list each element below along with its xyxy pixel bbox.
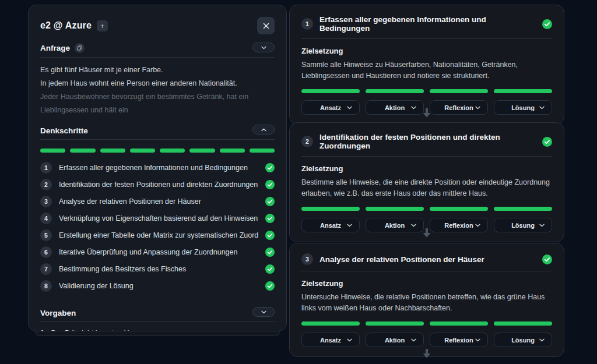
progress-segment: [70, 149, 95, 153]
panel-stack-edge: [35, 331, 280, 336]
dropdown-label: Aktion: [385, 337, 405, 344]
chevron-down-icon: [411, 106, 416, 109]
check-circle-icon: [265, 180, 275, 189]
progress-segment: [366, 89, 424, 93]
progress-segment: [494, 89, 552, 93]
card-title: Erfassen aller gegebenen Informationen u…: [319, 15, 536, 33]
dropdown-label: Reflexion: [444, 104, 473, 111]
anfrage-section-header: Anfrage: [40, 43, 275, 58]
progress-segment: [430, 321, 488, 326]
steps-progress-bar: [40, 149, 275, 153]
progress-segment: [100, 149, 125, 153]
dropdown-label: Reflexion: [444, 337, 473, 344]
card-number-badge: 3: [301, 253, 313, 265]
progress-segment: [160, 149, 185, 153]
step-number-badge: 1: [40, 162, 52, 174]
dropdown-label: Aktion: [385, 222, 405, 229]
chevron-down-icon: [475, 224, 480, 227]
chevron-down-icon: [347, 106, 352, 109]
step-label: Iterative Überprüfung und Anpassung der …: [59, 248, 258, 256]
goal-label: Zielsetzung: [301, 164, 552, 173]
app-background: e2 @ Azure + Anfrage: [0, 0, 597, 364]
add-button[interactable]: +: [97, 20, 108, 31]
denkschritte-collapse-button[interactable]: [252, 125, 275, 135]
chevron-down-icon: [539, 106, 545, 109]
chevron-down-icon: [411, 224, 416, 227]
check-circle-icon: [265, 248, 275, 257]
progress-segment: [366, 321, 424, 326]
step-label: Erfassen aller gegebenen Informationen u…: [59, 164, 258, 172]
copy-icon[interactable]: [75, 43, 85, 53]
chevron-down-icon: [475, 338, 480, 342]
ansatz-dropdown-button[interactable]: Ansatz: [301, 218, 360, 232]
anfrage-line: Jeder Hausbewohner bevorzugt ein bestimm…: [40, 90, 275, 117]
step-label: Analyse der relativen Positionen der Häu…: [59, 197, 258, 206]
left-panel: e2 @ Azure + Anfrage: [28, 5, 287, 331]
loesung-dropdown-button[interactable]: Lösung: [494, 218, 552, 232]
step-row[interactable]: 5 Erstellung einer Tabelle oder Matrix z…: [40, 229, 275, 241]
card-title: Identifikation der festen Positionen und…: [319, 133, 536, 150]
aktion-dropdown-button[interactable]: Aktion: [366, 218, 424, 232]
loesung-dropdown-button[interactable]: Lösung: [494, 333, 552, 347]
anfrage-collapse-button[interactable]: [252, 43, 275, 52]
step-number-badge: 8: [40, 280, 52, 292]
chevron-down-icon: [261, 310, 266, 314]
card-number-badge: 1: [301, 18, 313, 30]
progress-segment: [130, 149, 155, 153]
progress-segment: [250, 149, 275, 153]
step-row[interactable]: 2 Identifikation der festen Positionen u…: [40, 179, 275, 190]
ansatz-dropdown-button[interactable]: Ansatz: [301, 333, 360, 347]
denkschritte-label: Denkschritte: [40, 126, 88, 135]
arrow-down-icon: [421, 348, 433, 359]
panel-title: e2 @ Azure: [40, 20, 92, 31]
chevron-down-icon: [347, 224, 352, 227]
step-card-2: 2 Identifikation der festen Positionen u…: [289, 122, 564, 242]
progress-segment: [494, 321, 552, 326]
dropdown-label: Ansatz: [320, 337, 341, 344]
check-circle-icon: [265, 163, 275, 172]
anfrage-text: Es gibt fünf Häuser mit je einer Farbe. …: [40, 63, 275, 117]
step-row[interactable]: 8 Validierung der Lösung: [40, 280, 275, 292]
step-number-badge: 7: [40, 263, 52, 275]
step-number-badge: 5: [40, 229, 52, 241]
step-row[interactable]: 1 Erfassen aller gegebenen Informationen…: [40, 162, 275, 174]
loesung-dropdown-button[interactable]: Lösung: [494, 100, 552, 115]
progress-segment: [40, 149, 65, 153]
reflexion-dropdown-button[interactable]: Reflexion: [430, 333, 488, 347]
step-number-badge: 2: [40, 179, 52, 190]
card-header: 3 Analyse der relativen Positionen der H…: [301, 251, 552, 271]
aktion-dropdown-button[interactable]: Aktion: [366, 100, 424, 115]
reflexion-dropdown-button[interactable]: Reflexion: [430, 218, 488, 232]
dropdown-label: Reflexion: [444, 222, 473, 229]
chevron-down-icon: [261, 46, 266, 50]
ansatz-dropdown-button[interactable]: Ansatz: [301, 100, 360, 115]
chevron-down-icon: [347, 338, 352, 342]
step-row[interactable]: 3 Analyse der relativen Positionen der H…: [40, 196, 275, 207]
card-progress-bar: [301, 207, 552, 211]
reflexion-dropdown-button[interactable]: Reflexion: [430, 100, 488, 115]
card-header: 1 Erfassen aller gegebenen Informationen…: [301, 13, 552, 39]
step-row[interactable]: 6 Iterative Überprüfung und Anpassung de…: [40, 246, 275, 258]
step-row[interactable]: 4 Verknüpfung von Eigenschaften basieren…: [40, 213, 275, 224]
vorgaben-collapse-button[interactable]: [252, 307, 275, 317]
goal-text: Bestimme alle Hinweise, die eine direkte…: [301, 177, 552, 199]
progress-segment: [494, 207, 552, 211]
close-button[interactable]: [257, 17, 275, 34]
step-row[interactable]: 7 Bestimmung des Besitzers des Fisches: [40, 263, 275, 275]
step-label: Bestimmung des Besitzers des Fisches: [59, 265, 258, 273]
check-circle-icon: [542, 255, 552, 264]
arrow-down-icon: [421, 107, 433, 119]
close-icon: [263, 23, 269, 29]
goal-text: Sammle alle Hinweise zu Häuserfarben, Na…: [301, 59, 552, 82]
progress-segment: [301, 321, 360, 326]
card-header: 2 Identifikation der festen Positionen u…: [301, 130, 552, 157]
chevron-down-icon: [539, 338, 545, 342]
steps-list: 1 Erfassen aller gegebenen Informationen…: [40, 162, 275, 292]
panel-header: e2 @ Azure +: [40, 17, 275, 34]
dropdown-label: Aktion: [385, 104, 405, 111]
step-label: Validierung der Lösung: [59, 282, 258, 290]
chevron-up-icon: [261, 128, 266, 132]
card-progress-bar: [301, 321, 552, 326]
step-label: Erstellung einer Tabelle oder Matrix zur…: [59, 231, 258, 239]
aktion-dropdown-button[interactable]: Aktion: [366, 333, 424, 347]
